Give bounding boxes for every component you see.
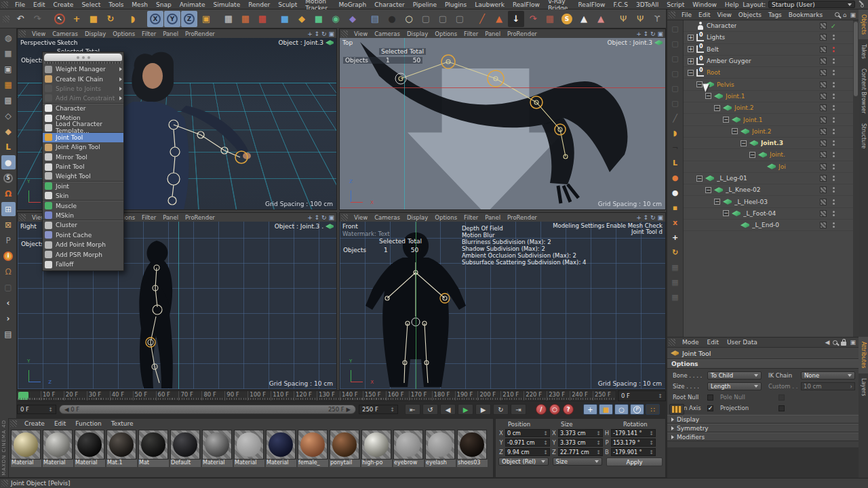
add-cube-icon[interactable]: ■	[277, 11, 293, 27]
visibility-toggle[interactable]	[820, 199, 827, 205]
expander[interactable]	[688, 58, 694, 64]
material-name[interactable]: Material	[43, 460, 73, 467]
character-component-icon-4[interactable]: ▢	[669, 66, 682, 80]
record-keyframe-button[interactable]: /	[536, 404, 547, 415]
tree-row[interactable]: Belt	[684, 44, 853, 56]
viewport-menu-item[interactable]: Display	[403, 214, 431, 221]
render-settings-icon[interactable]: ▦	[254, 11, 271, 27]
info-icon[interactable]: i	[1, 249, 16, 263]
menu-item[interactable]: RealFlow	[509, 1, 544, 8]
expander[interactable]	[696, 176, 703, 182]
context-menu-item[interactable]: Character	[43, 104, 123, 113]
content-browser-icon[interactable]: ▤	[1, 327, 16, 341]
menu-item[interactable]: Create	[50, 1, 78, 8]
viewport-menu-item[interactable]: View	[351, 30, 371, 37]
material-thumbnail[interactable]	[138, 430, 168, 460]
object-label[interactable]: Joint.	[770, 151, 785, 158]
tree-row[interactable]: _L_Heel-03	[684, 196, 853, 207]
menu-item[interactable]: F.C.S	[609, 1, 631, 8]
context-menu-item[interactable]: Load Character Template...	[43, 123, 123, 132]
menu-item[interactable]: RealFlow	[574, 1, 610, 8]
expander[interactable]	[723, 210, 729, 216]
tree-row[interactable]: Root	[684, 67, 853, 79]
object-label[interactable]: Joint.1	[726, 93, 745, 100]
key-pla-toggle[interactable]: ∷	[646, 404, 660, 415]
coord-system-icon[interactable]: ▣	[198, 11, 214, 27]
viewport-nav-icons[interactable]: + ↕ ↻ ▣	[307, 30, 336, 37]
muscle-slot-icon[interactable]: ▦	[669, 260, 682, 274]
layer-dots[interactable]	[830, 58, 837, 64]
goto-end-button[interactable]: ⇥	[511, 404, 526, 415]
scale-icon[interactable]: ■	[85, 11, 102, 27]
viewport-menu-item[interactable]: View	[28, 30, 49, 37]
search-icon[interactable]	[833, 340, 837, 345]
material-item[interactable]: female_	[298, 430, 328, 467]
visibility-toggle[interactable]	[820, 186, 827, 193]
lock-x-icon[interactable]: X	[147, 11, 163, 27]
material-thumbnail[interactable]	[425, 430, 455, 460]
last-tool-joint-icon[interactable]: ◗	[125, 11, 141, 27]
viewport-menu-item[interactable]: Cameras	[371, 30, 403, 37]
material-name[interactable]: Material	[234, 460, 264, 467]
material-thumbnail[interactable]	[202, 430, 232, 460]
menu-item[interactable]: Select	[77, 1, 104, 8]
position-y-field[interactable]: -0.971 cm↕	[505, 439, 550, 447]
expander[interactable]	[705, 93, 711, 99]
environment-icon-2[interactable]: ▢	[435, 11, 451, 27]
viewport-name[interactable]: Right	[20, 223, 37, 230]
material-menu-item[interactable]: Function	[71, 420, 106, 427]
visibility-toggle[interactable]	[820, 128, 827, 135]
character-component-icon-2[interactable]: ▢	[669, 37, 682, 50]
viewport-name[interactable]: Front	[342, 223, 358, 230]
model-mode-icon[interactable]: ▣	[1, 62, 16, 76]
layer-dots[interactable]	[830, 94, 837, 99]
context-menu-item[interactable]: Weight Tool	[43, 171, 123, 181]
mograph-icon[interactable]: ◉	[328, 11, 344, 27]
context-menu-item[interactable]: Joint Tool	[43, 133, 123, 142]
context-menu-item[interactable]: Joint	[43, 182, 123, 191]
material-name[interactable]: Material	[202, 460, 233, 467]
dynamics-icon[interactable]: ↷	[525, 11, 541, 27]
rotation-p-field[interactable]: 153.179 °↕	[611, 439, 656, 447]
xpresso-icon[interactable]: ▦	[542, 11, 558, 27]
object-label[interactable]: _L_Knee-02	[726, 186, 760, 193]
viewport-menu-item[interactable]: Filter	[138, 30, 159, 37]
deformer-icon[interactable]: ◆	[344, 11, 361, 27]
key-position-toggle[interactable]: +	[583, 404, 597, 415]
visibility-toggle[interactable]	[820, 151, 827, 158]
ik-pole-icon[interactable]: ●	[669, 186, 682, 199]
viewport-menu-item[interactable]: Panel	[159, 214, 182, 221]
layer-dots[interactable]	[830, 152, 837, 157]
play-button[interactable]: ▶	[458, 404, 473, 415]
side-tab[interactable]: Content Browser	[859, 64, 868, 119]
menu-item[interactable]: 3DToAll	[632, 1, 663, 8]
move-icon[interactable]: +	[68, 11, 85, 27]
material-item[interactable]: ponytail	[330, 430, 360, 467]
menu-item[interactable]: Pipeline	[409, 1, 441, 8]
viewport-menu-item[interactable]: Filter	[460, 214, 481, 221]
environment-icon-3[interactable]: ▢	[452, 11, 468, 27]
key-scale-toggle[interactable]: ■	[599, 404, 613, 415]
material-item[interactable]: Material	[202, 430, 233, 467]
size-y-field[interactable]: 3.373 cm↕	[558, 439, 603, 447]
layer-dots[interactable]	[830, 187, 837, 192]
material-item[interactable]: Material	[43, 430, 73, 467]
material-thumbnail[interactable]	[234, 430, 264, 460]
character-component-icon-5[interactable]: ▢	[669, 81, 682, 95]
side-tab[interactable]: Layers	[859, 373, 868, 401]
expander[interactable]	[688, 70, 694, 76]
tree-row[interactable]: Character	[684, 20, 853, 32]
visibility-toggle[interactable]	[820, 210, 827, 217]
emitter-icon[interactable]: ▲	[576, 11, 592, 27]
context-menu-item[interactable]: Add Aim Constraint	[43, 94, 123, 103]
viewport-menu-item[interactable]: Filter	[138, 214, 159, 221]
expander[interactable]	[732, 128, 738, 134]
sculpt-icon[interactable]: ◍	[1, 30, 16, 45]
ik-goal-icon[interactable]: ●	[669, 171, 682, 184]
material-name[interactable]: female_	[298, 460, 328, 467]
context-menu-item[interactable]: Point Cache	[43, 230, 123, 240]
visibility-toggle[interactable]	[820, 140, 827, 146]
material-item[interactable]: shoes03	[457, 430, 488, 467]
material-name[interactable]: Mat.1	[106, 460, 137, 467]
material-thumbnail[interactable]	[298, 430, 328, 460]
